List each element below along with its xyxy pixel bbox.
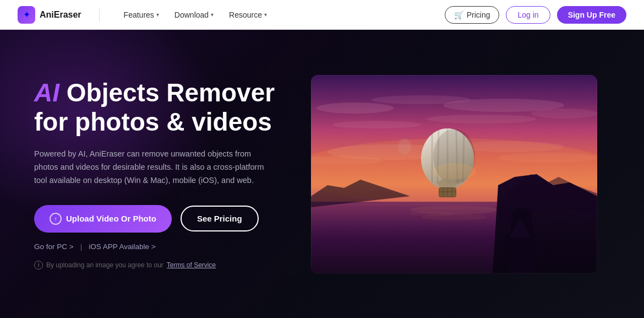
upload-icon: ↑: [50, 213, 62, 225]
hero-sub-links: Go for PC > | iOS APP Available >: [34, 242, 286, 251]
tos-link[interactable]: Terms of Service: [167, 261, 216, 269]
nav-item-download[interactable]: Download ▾: [168, 7, 220, 23]
hero-right: [286, 75, 644, 273]
nav-right: 🛒 Pricing Log in Sign Up Free: [445, 6, 626, 24]
nav-divider: [99, 8, 100, 21]
see-pricing-button[interactable]: See Pricing: [181, 206, 259, 231]
svg-point-2: [316, 103, 394, 114]
hero-svg: [311, 75, 597, 273]
svg-point-6: [333, 121, 421, 128]
brand-name: AniEraser: [40, 10, 81, 20]
hero-left: AI Objects Remover for photos & videos P…: [0, 78, 286, 270]
svg-point-11: [498, 153, 597, 163]
signup-button[interactable]: Sign Up Free: [557, 6, 626, 24]
tos-prefix: By uploading an image you agree to our: [46, 261, 163, 269]
hero-buttons: ↑ Upload Video Or Photo See Pricing: [34, 205, 286, 233]
nav-item-features[interactable]: Features ▾: [117, 7, 166, 23]
chevron-down-icon: ▾: [211, 12, 214, 18]
svg-point-7: [427, 115, 537, 123]
hero-title-ai: AI: [34, 78, 59, 107]
navbar: ✦ AniEraser Features ▾ Download ▾ Resour…: [0, 0, 644, 30]
hero-title-rest: Objects Remover for photos & videos: [34, 78, 275, 136]
svg-point-44: [398, 138, 411, 155]
hero-title: AI Objects Remover for photos & videos: [34, 78, 286, 137]
nav-item-resource[interactable]: Resource ▾: [222, 7, 274, 23]
hero-image: [311, 75, 597, 273]
pricing-nav-button[interactable]: 🛒 Pricing: [445, 6, 500, 24]
sub-links-divider: |: [80, 242, 83, 251]
ios-app-link[interactable]: iOS APP Available >: [89, 242, 155, 251]
chevron-down-icon: ▾: [156, 12, 159, 18]
svg-point-5: [531, 109, 597, 118]
nav-links: Features ▾ Download ▾ Resource ▾: [117, 7, 427, 23]
hero-description: Powered by AI, AniEraser can remove unwa…: [34, 148, 271, 187]
go-for-pc-link[interactable]: Go for PC >: [34, 242, 74, 251]
upload-button[interactable]: ↑ Upload Video Or Photo: [34, 205, 172, 233]
hero-section: AI Objects Remover for photos & videos P…: [0, 30, 644, 318]
svg-point-37: [438, 179, 457, 188]
logo-icon: ✦: [18, 6, 35, 24]
logo[interactable]: ✦ AniEraser: [18, 6, 81, 24]
info-icon: i: [34, 261, 43, 270]
svg-point-19: [410, 212, 454, 216]
login-button[interactable]: Log in: [506, 6, 550, 24]
svg-point-45: [432, 163, 476, 180]
cart-icon: 🛒: [454, 10, 463, 19]
hero-tos: i By uploading an image you agree to our…: [34, 261, 286, 270]
chevron-down-icon: ▾: [264, 12, 267, 18]
